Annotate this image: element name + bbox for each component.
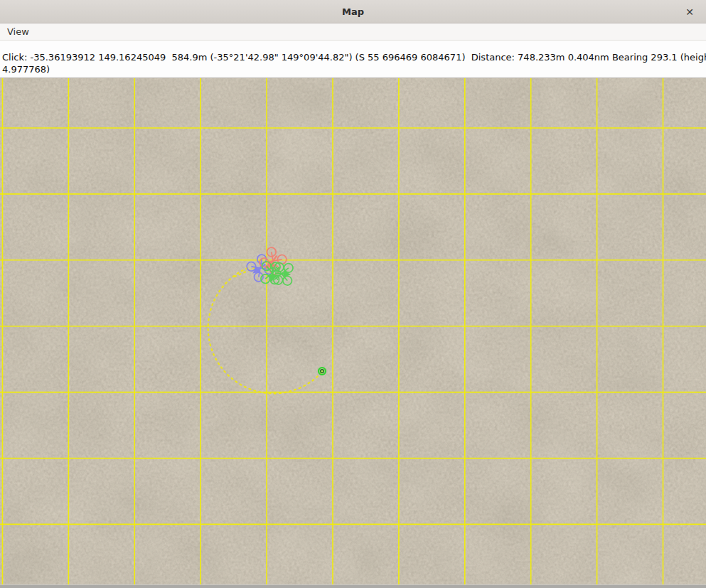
- click-info-line-1: Click: -35.36193912 149.16245049 584.9m …: [2, 51, 706, 63]
- map-svg: [0, 78, 706, 584]
- map-canvas[interactable]: [0, 78, 706, 584]
- trail-endpoint-marker: [319, 368, 326, 375]
- window-bottom-edge: [0, 584, 706, 588]
- status-bar: Click: -35.36193912 149.16245049 584.9m …: [0, 41, 706, 78]
- menu-item-view[interactable]: View: [0, 23, 36, 40]
- window-title: Map: [342, 6, 364, 17]
- terrain-texture-coarse: [0, 78, 706, 584]
- click-info-line-2: 4.977768): [2, 63, 706, 75]
- map-window: Map ✕ View Click: -35.36193912 149.16245…: [0, 0, 706, 588]
- close-icon[interactable]: ✕: [680, 0, 699, 23]
- title-bar[interactable]: Map ✕: [0, 0, 706, 23]
- menu-bar: View: [0, 23, 706, 41]
